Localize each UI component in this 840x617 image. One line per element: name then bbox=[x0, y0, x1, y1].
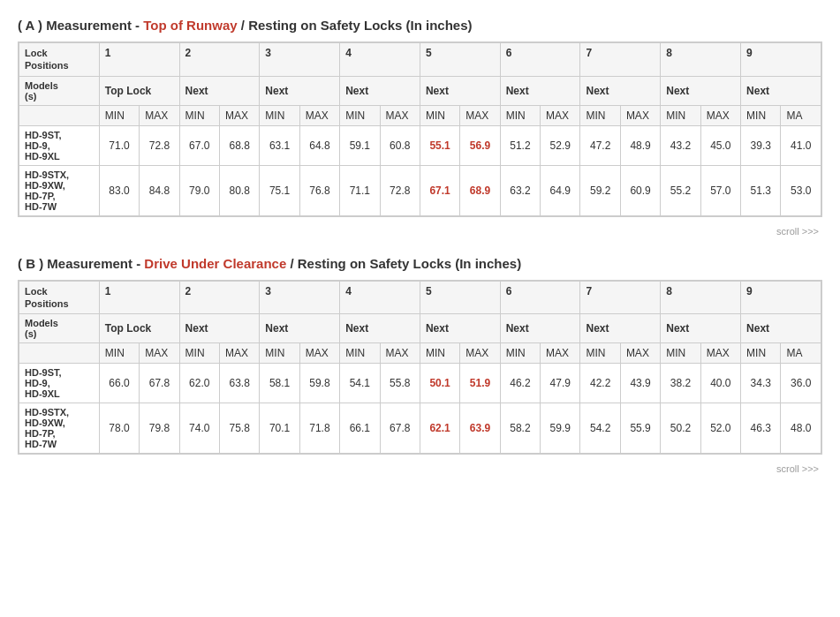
section-b-table-wrapper: LockPositions 1 2 3 4 5 6 7 8 9 Models(s… bbox=[18, 280, 822, 455]
section-b-header-row-lock: Models(s) Top Lock Next Next Next Next N… bbox=[19, 314, 821, 343]
value-cell: 55.2 bbox=[661, 165, 700, 215]
value-cell: 51.2 bbox=[500, 125, 540, 165]
value-cell: 57.0 bbox=[700, 165, 740, 215]
max-6-a: MAX bbox=[541, 105, 580, 125]
max-5-b: MAX bbox=[460, 343, 500, 364]
min-3-b: MIN bbox=[260, 343, 299, 364]
min-9-a: MIN bbox=[741, 105, 781, 125]
value-cell: 64.9 bbox=[541, 165, 580, 215]
next-8-b: Next bbox=[661, 314, 741, 343]
min-7-a: MIN bbox=[580, 105, 620, 125]
value-cell: 36.0 bbox=[781, 364, 821, 403]
section-b-tbody: HD-9ST,HD-9,HD-9XL66.067.862.063.858.159… bbox=[19, 364, 821, 454]
top-lock-a: Top Lock bbox=[99, 76, 179, 105]
value-cell: 41.0 bbox=[781, 125, 821, 165]
value-cell: 74.0 bbox=[179, 403, 219, 454]
value-cell: 58.1 bbox=[260, 364, 299, 403]
min-1-a: MIN bbox=[99, 105, 139, 125]
value-cell: 56.9 bbox=[460, 125, 500, 165]
value-cell: 52.0 bbox=[700, 403, 740, 454]
value-cell: 79.0 bbox=[179, 165, 219, 215]
value-cell: 38.2 bbox=[661, 364, 700, 403]
min-3-a: MIN bbox=[260, 105, 299, 125]
table-row: HD-9STX,HD-9XW,HD-7P,HD-7W83.084.879.080… bbox=[19, 165, 821, 215]
value-cell: 51.9 bbox=[460, 364, 500, 403]
model-cell: HD-9ST,HD-9,HD-9XL bbox=[19, 364, 100, 403]
value-cell: 75.1 bbox=[260, 165, 299, 215]
value-cell: 50.2 bbox=[661, 403, 700, 454]
models-header-b: Models(s) bbox=[19, 314, 100, 343]
value-cell: 55.1 bbox=[420, 125, 459, 165]
pos-2-b: 2 bbox=[179, 281, 260, 314]
value-cell: 62.0 bbox=[179, 364, 219, 403]
section-b-title-prefix: ( B ) Measurement - bbox=[18, 256, 144, 271]
section-a-header-row-lock: Models(s) Top Lock Next Next Next Next N… bbox=[19, 76, 821, 105]
value-cell: 72.8 bbox=[380, 165, 420, 215]
min-8-a: MIN bbox=[661, 105, 700, 125]
section-b-table: LockPositions 1 2 3 4 5 6 7 8 9 Models(s… bbox=[19, 281, 821, 455]
min-2-a: MIN bbox=[179, 105, 219, 125]
section-a-table: LockPositions 1 2 3 4 5 6 7 8 9 Models(s… bbox=[19, 42, 821, 216]
min-6-b: MIN bbox=[500, 343, 540, 364]
value-cell: 43.9 bbox=[620, 364, 660, 403]
model-cell: HD-9STX,HD-9XW,HD-7P,HD-7W bbox=[19, 403, 100, 454]
value-cell: 50.1 bbox=[420, 364, 459, 403]
value-cell: 84.8 bbox=[140, 165, 179, 215]
value-cell: 53.0 bbox=[781, 165, 821, 215]
next-5-a: Next bbox=[420, 76, 500, 105]
value-cell: 71.1 bbox=[340, 165, 380, 215]
value-cell: 48.0 bbox=[781, 403, 821, 454]
section-b-title-highlight: Drive Under Clearance bbox=[144, 256, 286, 271]
next-4-b: Next bbox=[340, 314, 420, 343]
value-cell: 48.9 bbox=[620, 125, 660, 165]
pos-7-a: 7 bbox=[580, 43, 661, 77]
max-4-b: MAX bbox=[380, 343, 420, 364]
value-cell: 67.1 bbox=[420, 165, 459, 215]
pos-3-a: 3 bbox=[260, 43, 340, 77]
value-cell: 67.0 bbox=[179, 125, 219, 165]
pos-2-a: 2 bbox=[179, 43, 260, 77]
blank-b bbox=[19, 343, 100, 364]
models-header-a: Models(s) bbox=[19, 76, 100, 105]
section-a-title-highlight: Top of Runway bbox=[143, 18, 237, 33]
value-cell: 47.9 bbox=[541, 364, 580, 403]
value-cell: 58.2 bbox=[500, 403, 540, 454]
max-7-a: MAX bbox=[620, 105, 660, 125]
value-cell: 55.9 bbox=[620, 403, 660, 454]
value-cell: 66.0 bbox=[99, 364, 139, 403]
value-cell: 51.3 bbox=[741, 165, 781, 215]
value-cell: 72.8 bbox=[140, 125, 179, 165]
next-6-b: Next bbox=[500, 314, 580, 343]
max-3-b: MAX bbox=[299, 343, 339, 364]
min-6-a: MIN bbox=[500, 105, 540, 125]
next-2-b: Next bbox=[179, 314, 260, 343]
blank-a bbox=[19, 105, 100, 125]
section-a-header-row-minmax: MIN MAX MIN MAX MIN MAX MIN MAX MIN MAX … bbox=[19, 105, 821, 125]
section-b-header-row-minmax: MIN MAX MIN MAX MIN MAX MIN MAX MIN MAX … bbox=[19, 343, 821, 364]
section-b-title: ( B ) Measurement - Drive Under Clearanc… bbox=[18, 256, 822, 271]
pos-8-b: 8 bbox=[661, 281, 741, 314]
value-cell: 42.2 bbox=[580, 364, 620, 403]
max-9-b: MA bbox=[781, 343, 821, 364]
section-a-title-suffix: / Resting on Safety Locks (In inches) bbox=[238, 18, 473, 33]
table-row: HD-9ST,HD-9,HD-9XL66.067.862.063.858.159… bbox=[19, 364, 821, 403]
model-cell: HD-9STX,HD-9XW,HD-7P,HD-7W bbox=[19, 165, 100, 215]
min-4-b: MIN bbox=[340, 343, 380, 364]
value-cell: 40.0 bbox=[700, 364, 740, 403]
next-9-b: Next bbox=[741, 314, 821, 343]
section-a-scroll: scroll >>> bbox=[18, 224, 822, 238]
max-7-b: MAX bbox=[620, 343, 660, 364]
value-cell: 79.8 bbox=[140, 403, 179, 454]
section-b-scroll: scroll >>> bbox=[18, 462, 822, 476]
value-cell: 67.8 bbox=[380, 403, 420, 454]
section-a-title-prefix: ( A ) Measurement - bbox=[18, 18, 143, 33]
value-cell: 55.8 bbox=[380, 364, 420, 403]
min-1-b: MIN bbox=[99, 343, 139, 364]
pos-4-a: 4 bbox=[340, 43, 420, 77]
value-cell: 75.8 bbox=[219, 403, 259, 454]
pos-5-b: 5 bbox=[420, 281, 500, 314]
next-7-a: Next bbox=[580, 76, 661, 105]
min-8-b: MIN bbox=[661, 343, 700, 364]
min-4-a: MIN bbox=[340, 105, 380, 125]
pos-5-a: 5 bbox=[420, 43, 500, 77]
